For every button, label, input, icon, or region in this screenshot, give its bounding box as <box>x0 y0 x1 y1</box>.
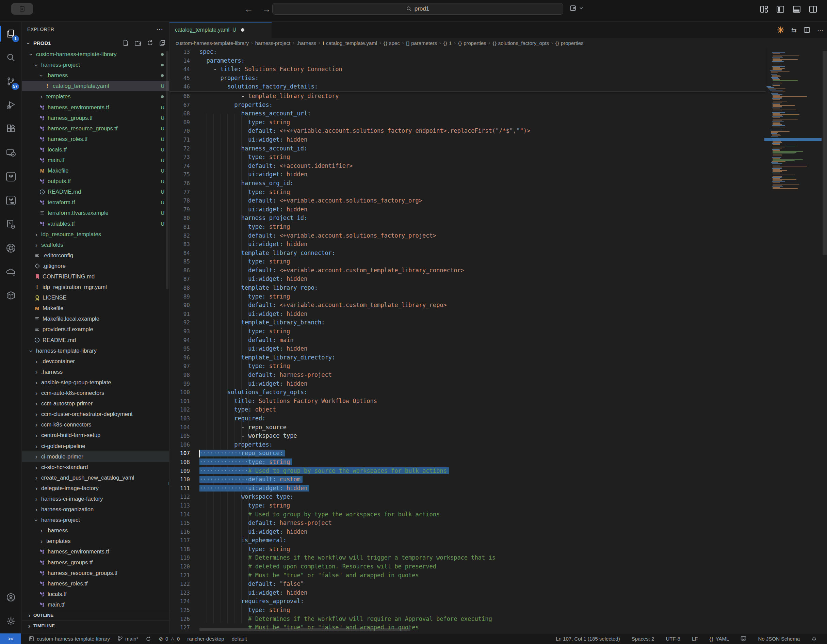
activity-remote-explorer-button[interactable] <box>0 141 22 165</box>
kube-context-indicator[interactable]: default <box>232 636 247 642</box>
tree-file-harness-environments-tf[interactable]: harness_environments.tfU <box>22 102 169 113</box>
command-center-search[interactable]: prod1 <box>272 3 563 15</box>
tree-file--editorconfig[interactable]: .editorconfig <box>22 250 169 261</box>
tree-folder-ccm-cluster-orchestrator-deployment[interactable]: ›ccm-cluster-orchestrator-deployment <box>22 409 169 419</box>
outline-section[interactable]: ›OUTLINE <box>22 610 169 621</box>
tree-folder-central-build-farm-setup[interactable]: ›central-build-farm-setup <box>22 430 169 441</box>
tree-folder-ccm-autostop-primer[interactable]: ›ccm-autostop-primer <box>22 398 169 409</box>
tree-file-harness-groups-tf[interactable]: harness_groups.tfU <box>22 113 169 123</box>
status-eol[interactable]: LF <box>692 636 698 642</box>
sync-indicator[interactable] <box>146 636 151 642</box>
tree-folder-delegate-image-factory[interactable]: ›delegate-image-factory <box>22 483 169 494</box>
tree-file-contributing-md[interactable]: CONTRIBUTING.md <box>22 271 169 282</box>
tree-file-catalog-template-yaml[interactable]: !catalog_template.yamlU <box>22 81 169 91</box>
tab-catalog-template-yaml[interactable]: ! catalog_template.yaml U <box>170 22 272 38</box>
new-file-icon[interactable] <box>122 39 129 46</box>
breadcrumb-item[interactable]: { }1 <box>443 40 452 46</box>
activity-source-control-button[interactable]: 57 <box>0 69 22 93</box>
breadcrumb-item[interactable]: .harness <box>297 40 317 46</box>
minimap[interactable] <box>766 52 822 236</box>
explorer-more-actions[interactable]: ⋯ <box>156 25 164 33</box>
tree-folder-templates[interactable]: ›templates <box>22 536 169 546</box>
status-json-schema[interactable]: No JSON Schema <box>758 636 800 642</box>
tree-folder-harness-organization[interactable]: ›harness-organization <box>22 504 169 515</box>
collapse-all-icon[interactable] <box>159 39 166 46</box>
remote-indicator[interactable]: >< <box>0 633 21 644</box>
toggle-panel-icon[interactable] <box>792 5 801 14</box>
timeline-section[interactable]: ›TIMELINE <box>22 621 169 631</box>
activity-kubernetes-button[interactable] <box>0 236 22 260</box>
tree-folder--devcontainer[interactable]: ›.devcontainer <box>22 356 169 367</box>
tree-folder-ci-sto-hcr-standard[interactable]: ›ci-sto-hcr-standard <box>22 462 169 472</box>
settings-button[interactable] <box>0 609 22 633</box>
tree-folder-harness-project[interactable]: ›harness-project <box>22 59 169 70</box>
breadcrumb-item[interactable]: { }spec <box>384 40 400 46</box>
activity-terraform-button[interactable] <box>0 165 22 189</box>
tree-folder-harness-project[interactable]: ›harness-project <box>22 515 169 525</box>
tree-folder-custom-harness-template-library[interactable]: ›custom-harness-template-library <box>22 49 169 59</box>
customize-layout-icon[interactable] <box>760 5 768 14</box>
extension-star-icon[interactable] <box>777 26 785 34</box>
tree-file-locals-tf[interactable]: locals.tfU <box>22 144 169 155</box>
sidebar-scrollbar[interactable] <box>166 51 169 289</box>
tree-folder--harness[interactable]: ›.harness <box>22 525 169 536</box>
tree-file-harness-environments-tf[interactable]: harness_environments.tf <box>22 546 169 557</box>
open-changes-icon[interactable]: ⇆ <box>791 26 797 34</box>
tree-folder--harness[interactable]: ›.harness <box>22 367 169 377</box>
tree-file-terraform-tfvars-example[interactable]: terraform.tfvars.exampleU <box>22 208 169 218</box>
breadcrumb-item[interactable]: harness-project <box>255 40 290 46</box>
tree-file-variables-tf[interactable]: variables.tfU <box>22 219 169 229</box>
new-window-icon[interactable] <box>569 4 577 12</box>
activity-run-debug-button[interactable] <box>0 93 22 117</box>
tree-file-license[interactable]: LICENSE <box>22 292 169 303</box>
activity-infra-tasks-button[interactable] <box>0 213 22 236</box>
refresh-icon[interactable] <box>147 39 153 46</box>
chevron-down-icon[interactable] <box>579 6 583 10</box>
tree-file-harness-roles-tf[interactable]: harness_roles.tfU <box>22 134 169 144</box>
tree-folder-ccm-k8s-connectors[interactable]: ›ccm-k8s-connectors <box>22 419 169 430</box>
tree-file-makefile-local-example[interactable]: Makefile.local.example <box>22 314 169 324</box>
activity-extensions-button[interactable] <box>0 117 22 141</box>
more-actions-icon[interactable]: ⋯ <box>817 26 824 34</box>
tree-file-readme-md[interactable]: README.mdU <box>22 186 169 197</box>
tree-file-harness-resource-groups-tf[interactable]: harness_resource_groups.tf <box>22 568 169 578</box>
breadcrumb-item[interactable]: { }properties <box>555 40 584 46</box>
status-indentation[interactable]: Spaces: 2 <box>632 636 654 642</box>
tree-file-terraform-tf[interactable]: terraform.tfU <box>22 197 169 208</box>
tree-file-outputs-tf[interactable]: outputs.tfU <box>22 176 169 186</box>
breadcrumb-item[interactable]: custom-harness-template-library <box>176 40 249 46</box>
tree-file-main-tf[interactable]: main.tf <box>22 599 169 610</box>
tree-file-harness-groups-tf[interactable]: harness_groups.tf <box>22 557 169 568</box>
tree-folder-harness-template-library[interactable]: ›harness-template-library <box>22 345 169 356</box>
breadcrumb-item[interactable]: !catalog_template.yaml <box>323 40 377 46</box>
tree-file-harness-roles-tf[interactable]: harness_roles.tf <box>22 578 169 589</box>
tree-file--gitignore[interactable]: .gitignore <box>22 261 169 271</box>
tree-folder-harness-ci-image-factory[interactable]: ›harness-ci-image-factory <box>22 494 169 504</box>
toggle-secondary-sidebar-icon[interactable] <box>808 5 818 14</box>
status-cursor-position[interactable]: Ln 107, Col 1 (185 selected) <box>556 636 620 642</box>
problems-indicator[interactable]: ⊘0 △0 <box>159 636 180 642</box>
tree-file-providers-tf-example[interactable]: providers.tf.example <box>22 324 169 335</box>
breadcrumb-item[interactable]: { }properties <box>458 40 486 46</box>
activity-containers-button[interactable] <box>0 284 22 308</box>
breadcrumb-item[interactable]: [ ]parameters <box>406 40 437 46</box>
tree-folder-ci-golden-pipeline[interactable]: ›ci-golden-pipeline <box>22 441 169 451</box>
accounts-button[interactable] <box>0 585 22 609</box>
window-tab-pill[interactable] <box>11 3 33 15</box>
activity-cloud-code-button[interactable] <box>0 260 22 284</box>
status-notifications[interactable] <box>811 636 817 642</box>
tree-file-makefile[interactable]: MMakefileU <box>22 166 169 176</box>
status-feedback[interactable] <box>741 636 746 642</box>
tree-folder-idp-resource-templates[interactable]: ›idp_resource_templates <box>22 229 169 240</box>
nav-forward-button[interactable]: → <box>262 4 271 15</box>
tree-folder--harness[interactable]: ›.harness <box>22 70 169 81</box>
editor-vertical-scrollbar[interactable] <box>822 51 827 255</box>
nav-back-button[interactable]: ← <box>244 4 253 15</box>
tree-file-makefile[interactable]: MMakefile <box>22 303 169 314</box>
editor-horizontal-scrollbar[interactable] <box>200 628 410 631</box>
status-encoding[interactable]: UTF-8 <box>666 636 680 642</box>
tree-folder-ci-module-primer[interactable]: ›ci-module-primer <box>22 451 169 462</box>
tree-file-main-tf[interactable]: main.tfU <box>22 155 169 166</box>
tree-file-locals-tf[interactable]: locals.tf <box>22 589 169 599</box>
activity-explorer-button[interactable]: 1 <box>0 22 22 45</box>
